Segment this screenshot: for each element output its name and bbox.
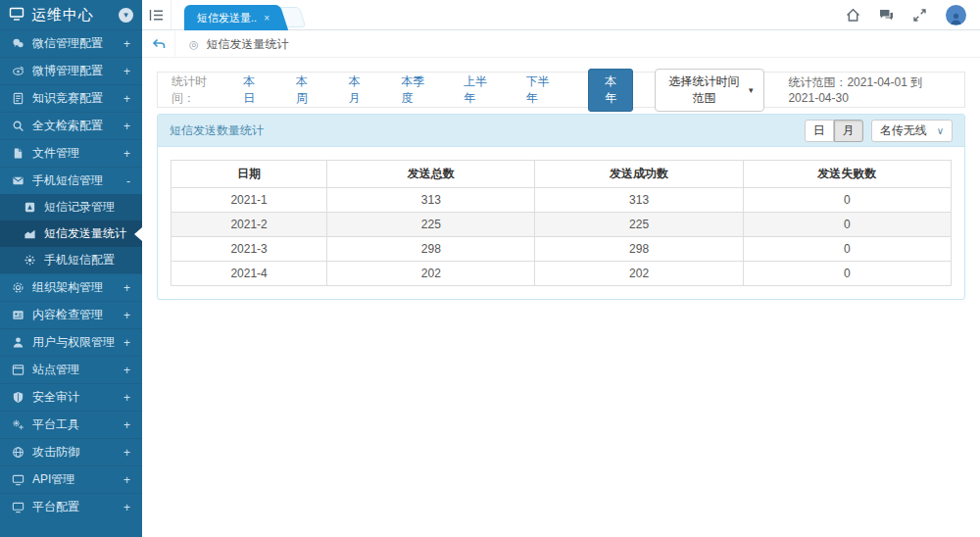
sidebar-item-users-permissions[interactable]: 用户与权限管理 + bbox=[0, 328, 142, 356]
sidebar-item-sms-management[interactable]: 手机短信管理 - bbox=[0, 167, 142, 194]
document-icon bbox=[12, 92, 24, 105]
chart-icon bbox=[24, 227, 36, 240]
sidebar-item-label: 用户与权限管理 bbox=[32, 334, 116, 351]
filter-option-first-half-year[interactable]: 上半年 bbox=[464, 73, 493, 107]
weibo-icon bbox=[12, 65, 24, 77]
col-header-success-count: 发送成功数 bbox=[535, 161, 743, 188]
provider-select-value: 名传无线 bbox=[880, 122, 927, 139]
panel-title: 短信发送数量统计 bbox=[170, 122, 805, 139]
sidebar-subitem-sms-volume-stats[interactable]: 短信发送量统计 bbox=[0, 220, 142, 247]
expand-plus-icon: + bbox=[123, 309, 130, 322]
sidebar-toggle-icon[interactable] bbox=[142, 0, 172, 29]
filter-label: 统计时间： bbox=[172, 73, 220, 107]
messages-icon[interactable] bbox=[879, 8, 894, 23]
sidebar-item-label: 手机短信管理 bbox=[32, 172, 119, 189]
month-view-button[interactable]: 月 bbox=[834, 120, 863, 142]
cell-failure: 0 bbox=[743, 188, 951, 213]
sidebar-item-label: 组织架构管理 bbox=[32, 279, 116, 296]
expand-plus-icon: + bbox=[123, 37, 130, 51]
browser-window-icon bbox=[12, 364, 24, 376]
filter-option-second-half-year[interactable]: 下半年 bbox=[526, 73, 556, 107]
sidebar-item-file-management[interactable]: 文件管理 + bbox=[0, 139, 142, 167]
sidebar-item-site-management[interactable]: 站点管理 + bbox=[0, 356, 142, 383]
fullscreen-icon[interactable] bbox=[912, 8, 927, 23]
back-icon[interactable] bbox=[142, 31, 175, 58]
table-header-row: 日期 发送总数 发送成功数 发送失败数 bbox=[172, 161, 952, 188]
chevron-down-icon[interactable]: ▾ bbox=[119, 8, 133, 23]
stats-panel-body: 日期 发送总数 发送成功数 发送失败数 2021-1 313 313 0 bbox=[158, 147, 964, 299]
sidebar-item-label: 平台工具 bbox=[32, 416, 116, 433]
cell-date: 2021-3 bbox=[172, 237, 327, 262]
select-time-range-button[interactable]: 选择统计时间范围 ▾ bbox=[655, 69, 764, 112]
sidebar-item-label: 微博管理配置 bbox=[32, 63, 116, 79]
cell-failure: 0 bbox=[743, 213, 951, 237]
sidebar-item-fulltext-search-config[interactable]: 全文检索配置 + bbox=[0, 112, 142, 139]
cell-success: 202 bbox=[535, 262, 743, 286]
sidebar-item-platform-config[interactable]: 平台配置 + bbox=[0, 493, 142, 520]
expand-plus-icon: + bbox=[123, 281, 130, 295]
day-month-toggle: 日 月 bbox=[805, 120, 863, 142]
sidebar-item-wechat-config[interactable]: 微信管理配置 + bbox=[0, 29, 142, 57]
breadcrumb: ◎ 短信发送量统计 bbox=[142, 31, 980, 58]
sidebar-item-label: API管理 bbox=[32, 471, 116, 488]
expand-plus-icon: + bbox=[123, 336, 130, 350]
filter-option-this-week[interactable]: 本周 bbox=[296, 73, 316, 107]
sidebar-item-label: 全文检索配置 bbox=[32, 118, 116, 134]
sidebar-item-platform-tools[interactable]: 平台工具 + bbox=[0, 411, 142, 438]
filter-option-this-quarter[interactable]: 本季度 bbox=[402, 73, 431, 107]
monitor-icon bbox=[9, 7, 24, 24]
main-content: 统计时间： 本日 本周 本月 本季度 上半年 下半年 本年 选择统计时间范围 ▾… bbox=[142, 59, 980, 537]
monitor-icon bbox=[12, 473, 24, 486]
filter-bar: 统计时间： 本日 本周 本月 本季度 上半年 下半年 本年 选择统计时间范围 ▾… bbox=[157, 72, 965, 108]
cell-success: 298 bbox=[535, 237, 743, 262]
app-title: 运维中心 bbox=[31, 6, 112, 24]
sidebar-item-content-check[interactable]: 内容检查管理 + bbox=[0, 301, 142, 328]
col-header-date: 日期 bbox=[172, 161, 327, 188]
tab-label: 短信发送量.. bbox=[197, 12, 257, 24]
id-card-icon bbox=[12, 309, 24, 321]
sidebar-item-knowledge-contest-config[interactable]: 知识竞赛配置 + bbox=[0, 84, 142, 112]
expand-plus-icon: + bbox=[123, 65, 130, 78]
sidebar: 运维中心 ▾ 微信管理配置 + 微博管理配置 + 知识竞赛配置 + 全文检索配置… bbox=[0, 0, 142, 537]
sms-submenu: 短信记录管理 短信发送量统计 手机短信配置 bbox=[0, 194, 142, 273]
globe-icon bbox=[12, 446, 24, 459]
filter-option-today[interactable]: 本日 bbox=[243, 73, 263, 107]
cell-total: 225 bbox=[327, 213, 535, 237]
expand-plus-icon: + bbox=[123, 501, 130, 514]
sidebar-subitem-sms-config[interactable]: 手机短信配置 bbox=[0, 247, 142, 273]
chevron-down-icon: ∨ bbox=[937, 125, 944, 136]
sidebar-item-api-management[interactable]: API管理 + bbox=[0, 465, 142, 493]
stats-panel-header: 短信发送数量统计 日 月 名传无线 ∨ bbox=[158, 115, 964, 147]
topbar: 短信发送量..× bbox=[142, 0, 980, 30]
app-root: 运维中心 ▾ 微信管理配置 + 微博管理配置 + 知识竞赛配置 + 全文检索配置… bbox=[0, 0, 980, 537]
user-icon bbox=[12, 336, 24, 349]
filter-option-this-year-button[interactable]: 本年 bbox=[588, 69, 633, 112]
sidebar-item-label: 微信管理配置 bbox=[32, 35, 116, 52]
page-title: 短信发送量统计 bbox=[207, 36, 289, 53]
active-item-arrow bbox=[134, 227, 142, 241]
user-avatar[interactable] bbox=[946, 5, 966, 25]
close-icon[interactable]: × bbox=[264, 13, 270, 24]
cell-failure: 0 bbox=[743, 262, 951, 286]
expand-plus-icon: + bbox=[123, 446, 130, 460]
home-icon[interactable] bbox=[846, 8, 860, 23]
cell-success: 313 bbox=[535, 188, 743, 213]
expand-plus-icon: + bbox=[123, 147, 130, 161]
provider-select[interactable]: 名传无线 ∨ bbox=[871, 120, 953, 142]
day-view-button[interactable]: 日 bbox=[805, 120, 834, 142]
sidebar-item-org-structure[interactable]: 组织架构管理 + bbox=[0, 273, 142, 301]
filter-option-this-month[interactable]: 本月 bbox=[349, 73, 368, 107]
sidebar-item-attack-defense[interactable]: 攻击防御 + bbox=[0, 438, 142, 465]
sidebar-item-weibo-config[interactable]: 微博管理配置 + bbox=[0, 57, 142, 84]
tab-sms-volume-stats[interactable]: 短信发送量..× bbox=[184, 5, 275, 30]
cell-date: 2021-2 bbox=[172, 213, 327, 237]
sidebar-subitem-sms-records[interactable]: 短信记录管理 bbox=[0, 194, 142, 220]
sidebar-item-security-audit[interactable]: 安全审计 + bbox=[0, 383, 142, 411]
cell-failure: 0 bbox=[743, 237, 951, 262]
sidebar-item-label: 站点管理 bbox=[32, 362, 116, 378]
col-header-total-sent: 发送总数 bbox=[327, 161, 535, 188]
stats-range-text: 统计范围：2021-04-01 到 2021-04-30 bbox=[788, 74, 951, 105]
table-row: 2021-1 313 313 0 bbox=[172, 188, 952, 213]
sidebar-item-label: 短信发送量统计 bbox=[44, 225, 130, 242]
target-icon: ◎ bbox=[189, 38, 199, 51]
